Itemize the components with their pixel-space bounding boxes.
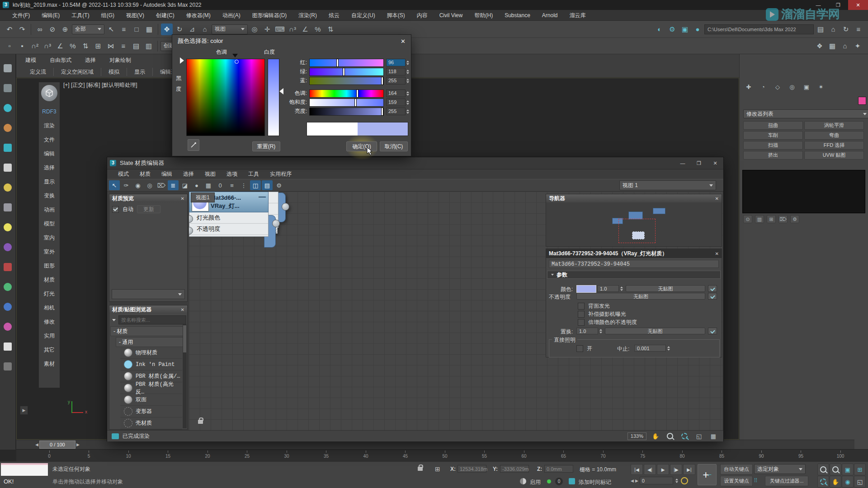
hue-blackness-field[interactable]	[186, 59, 265, 136]
ribbon-tab[interactable]: 对象绘制	[109, 56, 131, 64]
update-button[interactable]: 更新	[137, 205, 160, 213]
unlink-selection-icon[interactable]: ⊘	[47, 23, 58, 35]
maximize-viewport-icon[interactable]: ◱	[854, 476, 866, 488]
angle-snap-toggle-icon[interactable]: ∠	[54, 40, 66, 52]
pick-material-eyedropper-icon[interactable]: ✑	[121, 180, 132, 190]
channel-slider-bar[interactable]	[309, 68, 384, 76]
show-checker-icon[interactable]: ▦	[203, 180, 214, 190]
paint-selection-icon[interactable]: ▪	[16, 40, 28, 52]
browser-options-icon[interactable]	[112, 319, 116, 321]
modifier-button[interactable]: 扫描	[743, 141, 803, 150]
spinner[interactable]	[666, 345, 671, 352]
sidebar-item[interactable]: 动画	[44, 203, 55, 217]
tree-group-general[interactable]: - 通用	[116, 337, 186, 347]
menu-item[interactable]: Civil View	[434, 10, 469, 21]
layout-grid-icon[interactable]: ▦	[708, 431, 719, 441]
auto-update-checkbox[interactable]	[112, 206, 119, 213]
zero-button-icon[interactable]: 0	[215, 180, 226, 190]
zoom-region-icon[interactable]	[679, 431, 690, 441]
spinner-snap-toggle-icon[interactable]: ⇅	[80, 40, 91, 52]
bind-to-space-warp-icon[interactable]: ⊕	[59, 23, 71, 35]
make-unique-icon[interactable]: ⊞	[767, 215, 776, 223]
scrollbar[interactable]	[183, 324, 187, 428]
modify-tab-icon[interactable]: ◔	[758, 82, 769, 91]
slate-menu-item[interactable]: 选择	[178, 170, 199, 178]
slate-menu-item[interactable]: 选项	[221, 170, 243, 178]
parameters-rollout[interactable]: 参数	[547, 271, 721, 279]
object-color-swatch[interactable]	[858, 97, 866, 105]
time-tag-label[interactable]: 添加时间标记	[579, 479, 611, 486]
snap-toggle-3d-icon[interactable]: ∩³	[287, 23, 298, 35]
channel-value-field[interactable]: 164	[386, 89, 406, 97]
menu-item[interactable]: 编辑(E)	[36, 10, 66, 21]
play-icon[interactable]: ▶	[657, 464, 669, 475]
menu-item[interactable]: 视图(V)	[120, 10, 150, 21]
snap-2d-icon[interactable]: ∩²	[29, 40, 41, 52]
zoom-extents-all-icon[interactable]: ⊞	[854, 464, 866, 475]
menu-item[interactable]: 图形编辑器(D)	[246, 10, 293, 21]
select-tool-icon[interactable]: ↖	[109, 180, 120, 190]
menu-item[interactable]: 帮助(H)	[468, 10, 499, 21]
spinner[interactable]	[406, 90, 409, 97]
channel-slider-bar[interactable]	[309, 59, 384, 67]
displacement-map-button[interactable]: 无贴图	[605, 328, 705, 334]
scene-explorer-icon[interactable]: ▤	[130, 40, 142, 52]
node-collapse-button[interactable]: —	[259, 193, 266, 201]
plugin-logo-icon[interactable]	[41, 85, 57, 101]
node-input-row[interactable]: 灯光颜色	[189, 212, 268, 224]
slider-marker[interactable]	[356, 89, 359, 98]
modifier-button[interactable]: 弯曲	[804, 131, 864, 140]
grid-toggle-icon[interactable]: ▦	[826, 40, 838, 52]
displacement-multiplier-field[interactable]: 1.0	[576, 328, 598, 334]
ribbon-tool-button[interactable]: 定义空闲区域	[53, 68, 101, 76]
panel-header[interactable]: Mat3d66-7372952-39-94045（VRay_灯光材质） ✕	[546, 249, 722, 258]
color-map-enable-check-icon[interactable]	[708, 285, 717, 292]
percent-snap-toggle-icon[interactable]: %	[67, 40, 79, 52]
align-icon[interactable]: ≡	[118, 40, 129, 52]
menu-item[interactable]: Arnold	[536, 10, 564, 21]
spinner[interactable]	[406, 68, 409, 75]
plugin-box-icon[interactable]	[4, 144, 12, 152]
plugin-page-icon[interactable]	[4, 343, 12, 351]
material-list-item[interactable]: PBR 材质(高光反…	[120, 382, 182, 394]
option-checkbox[interactable]	[578, 303, 585, 310]
close-icon[interactable]: ✕	[715, 196, 719, 201]
sidebar-item[interactable]: 室内	[44, 231, 55, 245]
material-list-item[interactable]: 外部参照材质	[120, 429, 182, 430]
material-name-field[interactable]: Mat3d66-7372952-39-94045	[549, 260, 719, 268]
dialog-titlebar[interactable]: 颜色选择器: color ✕	[172, 35, 411, 47]
motion-tab-icon[interactable]: ◎	[787, 82, 797, 91]
slider-marker[interactable]	[336, 59, 339, 67]
slider-marker[interactable]	[381, 108, 383, 116]
show-maps-icon[interactable]: ▤	[262, 180, 273, 190]
spinner[interactable]	[598, 328, 603, 334]
output-socket[interactable]	[272, 220, 280, 227]
key-filters-button[interactable]: 关键点过滤器...	[765, 476, 808, 486]
material-editor-icon[interactable]: ◐	[654, 23, 665, 35]
channel-slider-bar[interactable]	[309, 77, 384, 85]
modifier-button[interactable]: UVW 贴图	[804, 151, 864, 160]
node-input-row[interactable]: 不透明度	[189, 224, 268, 235]
plugin-cursor-icon[interactable]	[4, 64, 12, 72]
plugin-camera-icon[interactable]	[4, 203, 12, 211]
render-setup-icon[interactable]: ⚙	[666, 23, 678, 35]
remove-modifier-icon[interactable]: ⌦	[778, 215, 788, 223]
track-bar[interactable]: 0 5 10 15 20	[16, 449, 868, 461]
fit-view-icon[interactable]: ◱	[693, 431, 704, 441]
slate-menu-item[interactable]: 材质	[134, 170, 156, 178]
angle-snap-icon[interactable]: ∠	[299, 23, 311, 35]
reset-button[interactable]: 重置(R)	[252, 141, 280, 151]
favorites-icon[interactable]: ✦	[852, 40, 863, 52]
plugin-leaf-icon[interactable]	[4, 283, 12, 291]
select-and-manipulate-icon[interactable]: ✛	[261, 23, 273, 35]
channel-slider-bar[interactable]	[309, 99, 384, 107]
plugin-grid-icon[interactable]	[4, 164, 12, 172]
time-slider-handle[interactable]: 0 / 100	[39, 441, 75, 449]
slider-marker[interactable]	[381, 77, 383, 85]
modifier-button[interactable]: 挤出	[743, 151, 803, 160]
go-to-start-icon[interactable]: |◀	[631, 464, 643, 475]
ribbon-tab[interactable]: 选择	[85, 56, 96, 64]
ribbon-tab[interactable]: 自由形式	[50, 56, 71, 64]
selection-set-dropdown[interactable]: 选定对象	[754, 464, 806, 474]
show-end-result-icon[interactable]: ▥	[755, 215, 764, 223]
